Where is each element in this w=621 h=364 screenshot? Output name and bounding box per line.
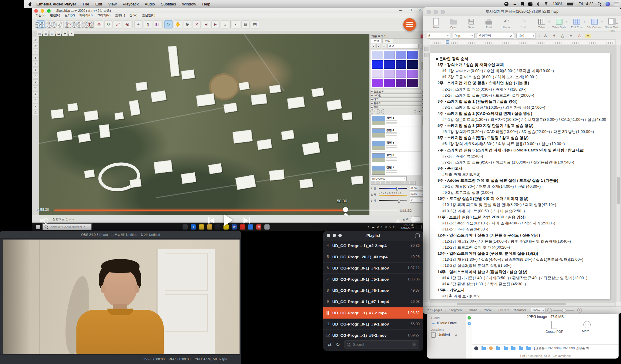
hwp-new-button[interactable]: New <box>427 18 445 29</box>
playlist-item[interactable]: 4 UD_CG-Progr...-1)_#2-2.mp4 30:36 <box>323 240 423 251</box>
windows-start-icon[interactable] <box>36 225 40 229</box>
sketchup-menu-item[interactable]: 창(W) <box>129 13 137 18</box>
add-scene-icon[interactable]: + <box>376 109 380 114</box>
search-options-icon[interactable]: ▾ <box>412 342 416 347</box>
folder-icon[interactable] <box>207 224 212 230</box>
toolbar2-icon-2[interactable]: ◫ <box>49 31 55 36</box>
left-tool-icon-11[interactable]: ■ <box>33 104 38 109</box>
left-tool-icon-8[interactable]: ▽ <box>33 85 38 91</box>
utc-dropdown[interactable]: UTC+09:00▾ <box>371 176 407 181</box>
create-pdf-button[interactable]: Create PDF <box>542 321 566 333</box>
color-swatch-1[interactable] <box>384 51 395 59</box>
playlist-item[interactable]: UD_CG-Progr...-1)_#7-2.mp4 1:08:32 <box>323 307 423 319</box>
close-icon[interactable]: ✕ <box>418 8 421 12</box>
hwp-table-style-button[interactable]: ▾Table Style <box>550 18 568 29</box>
menu-item-playback[interactable]: Playback <box>123 2 139 6</box>
bookmark-status-icon[interactable] <box>521 2 524 6</box>
section-icon[interactable]: ▦ <box>241 20 250 28</box>
tray-upload-icon[interactable]: ↑ <box>381 225 383 228</box>
left-tool-icon-2[interactable]: ◇ <box>33 49 38 55</box>
notification-center-icon[interactable] <box>417 225 421 229</box>
hwp-edit-column-button[interactable]: ▾Edit Column <box>586 18 603 29</box>
color-swatch-2[interactable] <box>396 51 407 59</box>
photos-icon[interactable] <box>248 224 253 230</box>
playlist-item[interactable]: 8 UD_CG-Progr...0-1)_#6-1.mov 49:37 <box>323 285 423 296</box>
settings-gear-icon[interactable] <box>410 216 416 223</box>
color-swatch-7[interactable] <box>407 60 418 69</box>
playlist-item[interactable]: 9 UD_CG-Progr...0-1)_#7-1.mp4 29:03 <box>323 296 423 307</box>
orbit-tool-icon[interactable]: ⟳ <box>164 20 173 28</box>
color-swatch-13[interactable] <box>384 79 395 87</box>
tray-section-2[interactable]: ▸ 태그▾ <box>370 98 424 101</box>
play-button[interactable] <box>224 214 233 226</box>
next-view-icon[interactable]: ► <box>211 20 220 28</box>
sketchup-menu-item[interactable]: 도움말(H) <box>142 13 155 18</box>
cloud-status-icon[interactable]: ☁ <box>513 2 517 6</box>
strike-button[interactable]: A <box>568 34 574 38</box>
bluetooth-icon[interactable] <box>537 2 539 6</box>
sidebar-item-icloud-drive[interactable]: ☁ iCloud Drive <box>431 321 466 325</box>
toolbar2-icon-0[interactable]: ◳ <box>37 31 42 36</box>
chrome-icon[interactable] <box>199 224 204 230</box>
next-track-button[interactable] <box>242 217 251 224</box>
highlight-color-button[interactable]: A <box>585 34 591 38</box>
sketchup-menu-item[interactable]: 편집(E) <box>50 13 60 18</box>
rotate-tool-icon[interactable]: ↻ <box>104 20 112 28</box>
hangul-icon[interactable]: 한 <box>256 224 261 230</box>
menu-item-file[interactable]: File <box>83 2 89 6</box>
zoom-dropdown[interactable]: 100%▾ <box>531 308 545 313</box>
tray-volume-icon[interactable]: ◁ <box>384 225 387 228</box>
menu-item-view[interactable]: View <box>108 2 117 6</box>
forward-arrow-icon[interactable]: ▸ <box>376 44 381 48</box>
menu-item-subtitles[interactable]: Subtitles <box>161 2 176 6</box>
eject-icon[interactable]: ⏏ <box>455 333 458 336</box>
color-swatch-12[interactable] <box>372 79 383 87</box>
views-icon[interactable]: ⌂ <box>221 20 229 28</box>
light-value[interactable]: 80▴▾ <box>410 198 424 203</box>
playlist-item[interactable]: 6 UD_CG-Progr...0-1)_#4-1.mov 1:07:12 <box>323 263 423 274</box>
control-center-icon[interactable] <box>614 2 619 6</box>
wifi-icon[interactable] <box>544 2 549 6</box>
menu-item-edit[interactable]: Edit <box>95 2 102 6</box>
color-swatch-8[interactable] <box>372 70 383 78</box>
sketchup-3d-viewport[interactable] <box>39 34 369 215</box>
tray-lang-icon[interactable]: A <box>389 225 391 228</box>
light-slider[interactable] <box>379 200 407 201</box>
scene-view-options-icon[interactable]: ( ) ≡▾ ⊡ <box>414 110 423 113</box>
color-swatch-9[interactable] <box>384 70 395 78</box>
webcam-preview[interactable] <box>3 240 240 355</box>
hwp-show-task-pane-button[interactable]: Show Task Pane <box>603 18 621 32</box>
apple-menu-icon[interactable] <box>28 2 32 6</box>
playlist-item[interactable]: 11 UD_CG-Progr...0-1)_#9-1.mov 56:00 <box>323 319 423 330</box>
font-color-button[interactable]: A <box>576 34 582 38</box>
hwp-redo-button[interactable]: ↷Redo <box>515 18 533 29</box>
left-tool-icon-3[interactable]: ◆ <box>33 55 38 61</box>
color-swatch-0[interactable] <box>372 51 383 59</box>
tray-cloud-icon[interactable]: ☁ <box>372 225 374 228</box>
vertical-scrollbar[interactable] <box>616 45 620 302</box>
color-swatch-3[interactable] <box>407 51 418 59</box>
tray-tab-select[interactable]: 선택 <box>371 38 382 43</box>
rep-dropdown[interactable]: Rep.▾ <box>453 33 475 39</box>
taskbar-clock[interactable]: 오전 1:30 2020-04-25 <box>401 223 414 230</box>
home-icon[interactable]: ⌂ <box>382 44 386 48</box>
battery-icon[interactable] <box>567 2 574 6</box>
toolbar2-icon-4[interactable]: ✚ <box>62 31 68 36</box>
sketchup-menu-item[interactable]: 카메라(C) <box>79 13 92 18</box>
menu-item-help[interactable]: Help <box>202 2 210 6</box>
sidebar-item-untitled-device[interactable]: Untitled ⏏ <box>431 332 466 338</box>
playlist-search-input[interactable] <box>352 342 405 347</box>
hwp-save-button[interactable]: Save <box>462 18 480 29</box>
shuffle-icon[interactable]: ⇄ <box>327 342 331 347</box>
toolbar2-icon-3[interactable]: ⬓ <box>56 31 61 36</box>
windows-search-box[interactable] <box>42 223 92 230</box>
previous-track-button[interactable] <box>207 217 216 224</box>
taskview-icon[interactable] <box>183 224 188 230</box>
tray-section-0[interactable]: ▸ 컴포넌트▾ <box>370 90 424 94</box>
tray-tab-edit[interactable]: 편집 <box>382 38 393 43</box>
paint-tool-icon[interactable]: ◧ <box>153 20 161 28</box>
tray-section-3[interactable]: ▸ 도우미▾ <box>370 101 424 105</box>
toolbar2-icon-1[interactable]: ▥ <box>43 31 49 36</box>
horizontal-scrollbar[interactable] <box>430 302 616 306</box>
scene-item[interactable]: 장면 6 <box>371 152 421 164</box>
